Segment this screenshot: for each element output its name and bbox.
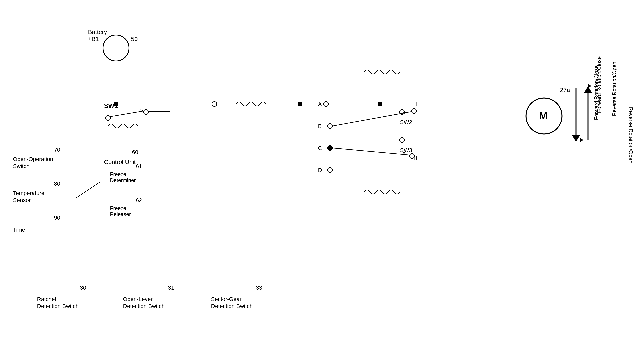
svg-text:Open-Lever: Open-Lever: [123, 296, 152, 302]
svg-text:80: 80: [54, 180, 60, 187]
svg-text:Reverse Rotation/Open: Reverse Rotation/Open: [611, 62, 617, 116]
svg-line-16: [110, 111, 144, 116]
svg-text:50: 50: [131, 36, 138, 42]
svg-text:33: 33: [256, 284, 262, 291]
svg-point-24: [212, 102, 217, 106]
svg-text:Determiner: Determiner: [110, 177, 136, 183]
svg-text:B: B: [318, 123, 322, 129]
svg-text:31: 31: [168, 284, 174, 291]
svg-text:Reverse Rotation/Open: Reverse Rotation/Open: [628, 107, 634, 164]
svg-text:Temperature: Temperature: [13, 190, 44, 196]
svg-text:Detection Switch: Detection Switch: [123, 303, 165, 309]
svg-text:70: 70: [54, 146, 60, 153]
svg-text:Open-Operation: Open-Operation: [13, 156, 53, 162]
svg-text:Detection Switch: Detection Switch: [37, 303, 79, 309]
svg-marker-180: [584, 86, 592, 93]
svg-text:SW2: SW2: [400, 119, 412, 125]
svg-text:61: 61: [136, 163, 142, 169]
svg-text:D: D: [318, 167, 322, 173]
svg-text:Freeze: Freeze: [110, 205, 126, 211]
svg-line-45: [332, 112, 412, 126]
svg-marker-182: [572, 135, 580, 142]
svg-line-111: [76, 182, 100, 198]
svg-text:27a: 27a: [560, 86, 570, 93]
svg-point-52: [403, 152, 405, 154]
svg-text:Sector-Gear: Sector-Gear: [211, 296, 242, 302]
svg-text:Sensor: Sensor: [13, 197, 31, 203]
svg-text:Detection Switch: Detection Switch: [211, 303, 253, 309]
svg-text:Battery: Battery: [88, 28, 107, 35]
svg-text:Freeze: Freeze: [110, 171, 126, 177]
svg-text:+B1: +B1: [88, 36, 99, 42]
svg-text:Ratchet: Ratchet: [37, 296, 56, 302]
svg-text:Releaser: Releaser: [110, 211, 131, 217]
circuit-diagram: Battery +B1 50 SW1: [0, 0, 644, 363]
svg-text:Timer: Timer: [13, 226, 27, 233]
svg-point-50: [410, 154, 414, 158]
svg-point-14: [106, 116, 110, 120]
svg-text:M: M: [539, 110, 548, 122]
svg-text:30: 30: [80, 284, 86, 291]
svg-point-46: [404, 112, 406, 114]
svg-point-15: [144, 110, 148, 114]
svg-text:90: 90: [54, 214, 60, 221]
svg-text:SW3: SW3: [400, 147, 412, 153]
svg-rect-29: [324, 60, 452, 212]
svg-point-142: [378, 102, 382, 106]
svg-text:60: 60: [132, 149, 138, 155]
svg-point-48: [400, 138, 404, 142]
svg-line-51: [333, 148, 410, 155]
svg-text:Switch: Switch: [13, 163, 30, 169]
svg-text:62: 62: [136, 197, 142, 203]
svg-text:Forward Rotation/Close: Forward Rotation/Close: [596, 56, 602, 113]
svg-text:C: C: [318, 145, 322, 151]
svg-line-17: [140, 110, 144, 111]
